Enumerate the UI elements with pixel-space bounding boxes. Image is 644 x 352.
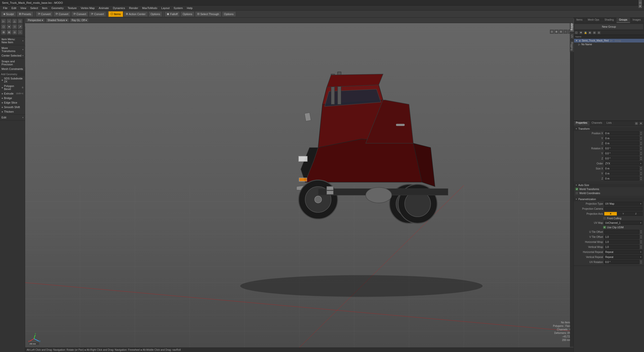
uv-rotation-value[interactable]: 0.0 ° <box>604 260 639 264</box>
uv-axis-x[interactable]: X <box>604 212 617 215</box>
menu-texture[interactable]: Texture <box>66 6 79 10</box>
rotation-x-stepper[interactable]: ▲▼ <box>640 146 642 150</box>
v-wrap-stepper[interactable]: ▲▼ <box>640 245 642 249</box>
menu-view[interactable]: View <box>18 6 28 10</box>
v-wrap-value[interactable]: 1.0 <box>604 245 639 249</box>
world-transforms-check[interactable]: ✓ <box>575 188 578 191</box>
size-y-value[interactable]: 0 m <box>604 171 639 175</box>
edit-button[interactable]: Edit ▾ <box>0 115 25 120</box>
rvtab-uv[interactable]: UV <box>570 33 574 40</box>
falloff-button[interactable]: ◉ Falloff <box>165 11 180 17</box>
perspective-button[interactable]: Perspective <box>26 18 45 22</box>
menu-select[interactable]: Select <box>28 6 40 10</box>
ptab-lists[interactable]: Lists <box>605 121 614 126</box>
viewport-area[interactable]: Perspective Shaded Texture Ray GL: Off .… <box>25 18 574 352</box>
shading-button[interactable]: Shaded Texture <box>46 18 69 22</box>
tree-btn-3[interactable]: 🔒 <box>583 31 587 35</box>
gear-icon[interactable]: ⚙ <box>1 30 6 35</box>
presets-button[interactable]: ⊞ Presets <box>17 11 33 17</box>
proj-type-dropdown[interactable]: UV Map <box>604 202 642 206</box>
menu-layout[interactable]: Layout <box>159 6 172 10</box>
box-mode-btn[interactable]: □ <box>18 19 23 24</box>
use-clip-udim-check[interactable]: ✓ <box>603 226 606 229</box>
rptab-items[interactable]: Items <box>574 18 585 23</box>
menu-system[interactable]: System <box>172 6 185 10</box>
v-repeat-dropdown[interactable]: Repeat <box>604 255 642 259</box>
poly-icon[interactable]: ⬡ <box>1 24 6 29</box>
tree-item-truck[interactable]: ▼ ◈ Semi_Truck_Mack_Red 2+ Group <box>574 39 644 42</box>
menu-maxtomodo[interactable]: MaxToModo <box>140 6 159 10</box>
paint-mode-btn[interactable]: ○ <box>7 19 12 24</box>
size-z-stepper[interactable]: ▲▼ <box>640 177 642 181</box>
options-button-1[interactable]: Options <box>148 11 163 17</box>
convert-button-2[interactable]: ⟳ Convert <box>53 11 71 17</box>
menu-render[interactable]: Render <box>127 6 140 10</box>
proj-camera-value[interactable] <box>604 207 642 211</box>
vp-icon-2[interactable]: ⊞ <box>554 30 558 34</box>
h-wrap-value[interactable]: 1.0 <box>604 240 639 244</box>
size-z-value[interactable]: 0 m <box>604 177 639 181</box>
center-selected-button[interactable]: Center Selected ▾ <box>0 53 25 58</box>
vp-icon-4[interactable]: ↑ <box>564 30 568 34</box>
select-mode-btn[interactable]: ▷ <box>1 19 6 24</box>
menu-animate[interactable]: Animate <box>97 6 111 10</box>
thicken-button[interactable]: Thicken <box>0 109 25 114</box>
rotation-z-value[interactable]: 0.0 ° <box>604 156 639 160</box>
size-x-stepper[interactable]: ▲▼ <box>640 166 642 170</box>
position-x-stepper[interactable]: ▲▼ <box>640 131 642 135</box>
uv-axis-z[interactable]: Z <box>630 212 642 215</box>
snaps-button[interactable]: Snaps and Precision <box>0 59 25 67</box>
menu-edit[interactable]: Edit <box>10 6 18 10</box>
rotation-z-stepper[interactable]: ▲▼ <box>640 156 642 160</box>
options-button-3[interactable]: Options <box>222 11 236 17</box>
world-coords-check[interactable] <box>575 192 578 195</box>
tree-btn-5[interactable]: ⊟ <box>592 31 596 35</box>
props-expand-btn[interactable]: ⊡ <box>634 121 638 125</box>
u-tile-value[interactable] <box>604 230 639 234</box>
uv-rotation-stepper[interactable]: ▲▼ <box>640 260 642 264</box>
rotation-y-stepper[interactable]: ▲▼ <box>640 151 642 155</box>
tree-btn-2[interactable]: 👁 <box>579 31 583 35</box>
rotation-x-value[interactable]: 0.0 ° <box>604 146 639 150</box>
props-close-btn[interactable]: ✕ <box>639 121 643 125</box>
orbit-icon[interactable]: ☉ <box>12 24 17 29</box>
convert-button-4[interactable]: ⟳ Convert <box>89 11 106 17</box>
rvtab-rigging[interactable]: Rigging <box>570 40 574 52</box>
position-y-stepper[interactable]: ▲▼ <box>640 136 642 140</box>
new-group-button[interactable]: New Group <box>575 24 643 29</box>
front-culling-check[interactable] <box>603 217 606 220</box>
maximize-button[interactable]: □ <box>638 1 642 5</box>
arrow-icon[interactable]: ↗ <box>18 24 23 29</box>
menu-file[interactable]: File <box>1 6 10 10</box>
up-icon[interactable]: ↑ <box>18 30 23 35</box>
uv-map-dropdown[interactable]: UvChannel_1 <box>604 221 642 225</box>
convert-button-1[interactable]: ⟳ Convert <box>36 11 53 17</box>
item-menu-button[interactable]: Item Menu: New Item ▾ <box>0 37 25 45</box>
extrude-button[interactable]: Extrude Shift+X <box>0 91 25 96</box>
sculpt-mode-btn[interactable]: △ <box>12 19 17 24</box>
position-y-value[interactable]: 0 m <box>604 136 639 140</box>
sds-subdivide-button[interactable]: SDS Subdivide 2X <box>0 76 25 84</box>
options-button-2[interactable]: Options <box>180 11 194 17</box>
size-y-stepper[interactable]: ▲▼ <box>640 171 642 175</box>
position-x-value[interactable]: 0 m <box>604 131 639 135</box>
size-x-value[interactable]: 0 m <box>604 166 639 170</box>
star-icon[interactable]: ✦ <box>7 24 12 29</box>
circle-icon[interactable]: ⊙ <box>12 30 17 35</box>
mesh-constraints-button[interactable]: Mesh Constraints <box>0 67 25 71</box>
ptab-properties[interactable]: Properties <box>574 121 590 126</box>
rptab-groups[interactable]: Groups <box>617 18 630 23</box>
polygon-bevel-button[interactable]: Polygon Bevel B <box>0 84 25 91</box>
rptab-shading[interactable]: Shading <box>602 18 617 23</box>
grid-icon[interactable]: ⊞ <box>7 30 12 35</box>
items-button[interactable]: ⬡ Items <box>108 11 123 17</box>
menu-dynamics[interactable]: Dynamics <box>111 6 127 10</box>
tree-btn-4[interactable]: ⊞ <box>588 31 592 35</box>
menu-geometry[interactable]: Geometry <box>49 6 65 10</box>
close-button[interactable]: ✕ <box>638 5 642 8</box>
vp-icon-3[interactable]: ⊟ <box>559 30 563 34</box>
v-tile-value[interactable]: 1.0 <box>604 235 639 239</box>
position-z-value[interactable]: 0 m <box>604 141 639 145</box>
tree-btn-6[interactable]: ⊡ <box>597 31 601 35</box>
uv-axis-y[interactable]: Y <box>617 212 629 215</box>
